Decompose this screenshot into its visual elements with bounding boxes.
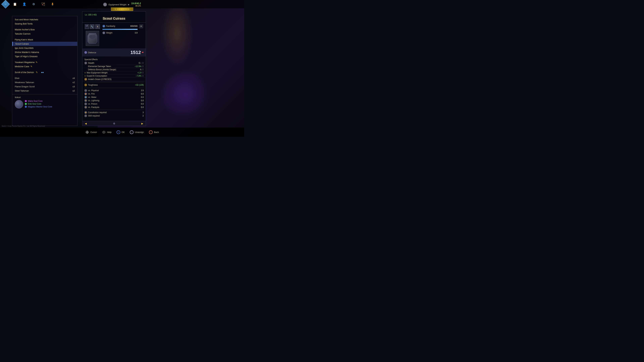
equip-item-tiger-higo-greaves[interactable]: Tiger of Higo's Greaves	[12, 54, 77, 58]
edit-mark-scroll: ✎	[36, 71, 38, 73]
help-label: Help	[107, 131, 112, 133]
soul-core-enki[interactable]: Enki Soul Core	[25, 103, 75, 105]
weight-stat-icon: ⚖	[102, 31, 105, 34]
equip-item-shrine-maiden-hakama[interactable]: Shrine Maiden's Hakama	[12, 50, 77, 54]
copyright: Nioh2 © Koei Tecmo Games Co., Ltd. All R…	[2, 125, 45, 127]
soul-cores: Waira Soul Core Enki Soul Core Magatsu W…	[25, 100, 75, 108]
help-btn-icon	[102, 130, 106, 134]
equipment-weight-display: ⚖ Equipment Weight ▶ 19.8/40.2 49.2%	[103, 2, 141, 7]
equipped-label: EQUIPPED	[118, 8, 130, 10]
equipment-list: Sun and Moon Hatchets Searing Bolt Tonfa…	[12, 16, 77, 94]
hint-cursor: Cursor	[85, 130, 97, 134]
toughness-value: +32 (129)	[135, 84, 144, 86]
effect-acala-grace: ◈ Acala's Grace (2 PIECES)	[82, 78, 146, 81]
bottom-control-bar: Cursor Help ✕ OK □ Unassign ○ Back	[0, 128, 244, 137]
cross-button[interactable]: ✕	[116, 130, 120, 134]
svg-rect-7	[103, 131, 104, 132]
soul-dot-green	[25, 103, 27, 105]
divider-vs	[84, 110, 144, 110]
item-action-btn2[interactable]: ⬆	[95, 24, 100, 29]
unassign-label: Unassign	[135, 131, 144, 133]
nav-icon-figure[interactable]: 🧍	[50, 1, 56, 7]
equip-item-weakness-talisman[interactable]: Weakness Talisman x2	[12, 80, 77, 84]
equip-item-master-archer-bow[interactable]: Master Archer's Bow	[12, 27, 77, 32]
hint-ok[interactable]: ✕ OK	[116, 130, 125, 134]
soul-core-waira[interactable]: Waira Soul Core	[25, 100, 75, 102]
circle-button[interactable]: ○	[149, 130, 152, 134]
special-effects-header: Special Effects	[82, 57, 146, 61]
effect-guard-ki: ✦ Guard Ki Consumption −7.8% ⓘ	[82, 74, 146, 78]
item-action-btn1[interactable]: 🔧	[90, 24, 94, 29]
hint-back[interactable]: ○ Back	[149, 130, 159, 134]
effect-stealth: 👁 Stealth C− ⓘ	[82, 61, 146, 65]
detail-panel: Lv. 190 (+40) Scout Cuirass L2 🔧 ⬆	[82, 11, 146, 126]
itokuri-row: Waira Soul Core Enki Soul Core Magatsu W…	[15, 100, 75, 108]
soul-dot-purple	[25, 100, 27, 102]
weight-icon: ⚖	[103, 3, 107, 6]
equip-item-steel-talisman[interactable]: Steel Talisman x2	[12, 89, 77, 93]
star-icon-1: ✦	[84, 72, 86, 74]
equip-item-scroll-demon[interactable]: Scroll of the Demon ✎ ◆◆	[12, 70, 77, 74]
edit-mark-medicine: ✎	[30, 65, 32, 68]
scroll-gems: ◆◆	[41, 71, 44, 73]
nav-icon-inventory[interactable]: 📋	[12, 1, 18, 7]
soul-core-magatsu[interactable]: Magatsu Warrior Soul Core	[25, 106, 75, 108]
equip-item-medicine-case[interactable]: Medicine Case ✎	[12, 64, 77, 68]
equip-item-iga-jonin-gauntlets[interactable]: Iga Jonin Gauntlets	[12, 46, 77, 50]
vs-physical-icon: ⚔	[84, 89, 87, 92]
nav-icon-samurai[interactable]: ⚔	[1, 0, 10, 8]
dpad-icon	[85, 130, 89, 134]
soul-dot-blue	[25, 106, 27, 108]
weight-arrow: ▶	[128, 3, 130, 6]
nav-icon-ranged[interactable]: 🏹	[40, 1, 46, 7]
req-skill: ✦ Skill required 2	[82, 114, 146, 117]
defence-icon: 🛡	[84, 51, 87, 54]
weight-stat-value: 3.9	[135, 32, 138, 34]
vs-paralysis-icon: ⚡	[84, 106, 87, 109]
equip-item-sun-moon-hatchets[interactable]: Sun and Moon Hatchets	[12, 17, 77, 22]
vs-fire-icon: 🔥	[84, 92, 87, 95]
hint-help: Help	[102, 130, 112, 134]
familiarity-fill	[102, 29, 138, 30]
nav-icon-character[interactable]: 👤	[21, 1, 27, 7]
defence-box: 🛡 Defence 1512 ❤	[82, 48, 146, 56]
star-icon-2: ✦	[84, 75, 86, 77]
vs-lightning-icon: ⚡	[84, 99, 87, 102]
defence-value: 1512	[130, 50, 141, 55]
nav-icon-tools[interactable]: ⚙	[31, 1, 37, 7]
equip-item-searing-bolt-tonfa[interactable]: Searing Bolt Tonfa	[12, 22, 77, 26]
svg-rect-5	[87, 132, 88, 133]
item-level: Lv. 190 (+40)	[85, 13, 143, 16]
item-image	[86, 31, 99, 46]
familiarity-icon: ★	[102, 25, 105, 27]
equip-item-tatsuke-cannon[interactable]: Tatsuke Cannon	[12, 32, 77, 36]
back-label: Back	[154, 131, 159, 133]
equip-item-flame-dragon-scroll[interactable]: Flame Dragon Scroll x3	[12, 84, 77, 89]
vs-poison: ☠ vs. Poison 0.0	[82, 102, 146, 106]
scroll-left[interactable]: ◀	[85, 122, 87, 125]
vs-paralysis: ⚡ vs. Paralysis 0.0	[82, 106, 146, 109]
view-icon[interactable]: 👁	[139, 24, 143, 28]
equip-item-yasakani-magatama[interactable]: Yasakani Magatama ✎	[12, 60, 77, 64]
scroll-right[interactable]: ▶	[142, 122, 143, 125]
familiarity-value: 999/999	[130, 25, 138, 27]
equip-item-scout-cuirass[interactable]: Scout Cuirass	[12, 42, 77, 46]
svg-rect-9	[103, 133, 104, 134]
svg-rect-6	[102, 131, 105, 133]
vs-fire: 🔥 vs. Fire 0.0	[82, 92, 146, 95]
vs-water-icon: 💧	[84, 96, 87, 98]
ok-label: OK	[122, 131, 125, 133]
equipment-list-panel: Sun and Moon Hatchets Searing Bolt Tonfa…	[12, 16, 78, 126]
equip-item-flying-kato-mask[interactable]: Flying Kato's Mask	[12, 37, 77, 42]
hint-unassign[interactable]: □ Unassign	[130, 130, 144, 134]
vs-lightning: ⚡ vs. Lightning 0.0	[82, 99, 146, 102]
svg-rect-10	[104, 133, 104, 134]
square-button[interactable]: □	[130, 130, 134, 134]
req-constitution: 💪 Constitution required 3	[82, 111, 146, 114]
cursor-label: Cursor	[90, 131, 97, 133]
bg-glow-purple	[160, 70, 211, 120]
effect-defence-bonus: Defence Bonus (Amrita Gauge) A ⓘ	[82, 68, 146, 71]
heart-icon: ❤	[142, 51, 144, 54]
equip-item-elixir[interactable]: Elixir x9	[12, 76, 77, 80]
l2-badge[interactable]: L2	[85, 24, 89, 29]
